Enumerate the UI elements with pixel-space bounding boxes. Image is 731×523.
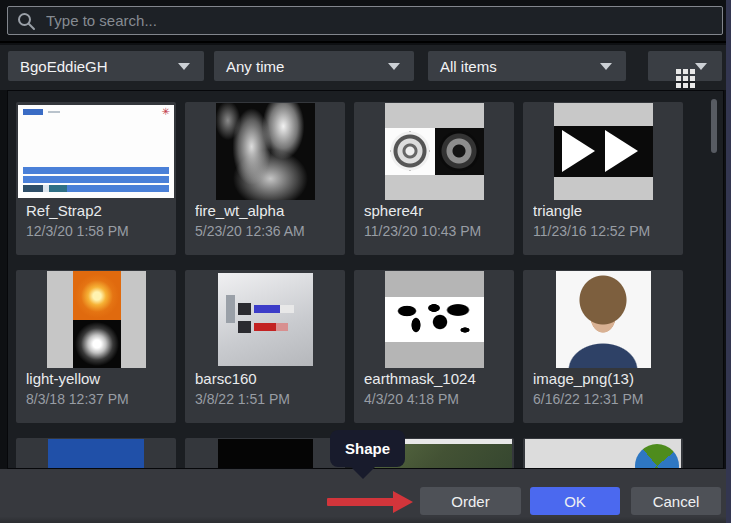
- grid-icon: [664, 57, 683, 76]
- asset-date: 11/23/20 10:43 PM: [364, 223, 504, 239]
- window-edge: [726, 0, 731, 523]
- asset-date: 11/23/16 12:52 PM: [533, 223, 673, 239]
- asset-card[interactable]: [16, 438, 176, 469]
- asset-card[interactable]: Ref_Strap212/3/20 1:58 PM: [16, 102, 176, 255]
- asset-thumbnail: [523, 270, 683, 369]
- search-input[interactable]: [44, 11, 714, 30]
- swirl-thumbnail-image: [48, 439, 144, 469]
- asset-grid: Ref_Strap212/3/20 1:58 PMfire_wt_alpha5/…: [7, 90, 724, 469]
- asset-name: earthmask_1024: [364, 370, 504, 387]
- head-thumbnail-image: [218, 439, 313, 469]
- fire-thumbnail-image: [216, 103, 315, 200]
- asset-thumbnail: [185, 438, 345, 469]
- spheres-thumbnail-image: [385, 103, 484, 200]
- chart-thumbnail-image: [218, 273, 313, 366]
- asset-date: 8/3/18 12:37 PM: [26, 391, 166, 407]
- glow-thumbnail-image: [47, 271, 146, 368]
- asset-card[interactable]: sphere4r11/23/20 10:43 PM: [354, 102, 514, 255]
- asset-name: barsc160: [195, 370, 335, 387]
- asset-thumbnail: [354, 270, 514, 369]
- search-bar-section: [0, 0, 731, 43]
- chevron-down-icon: [695, 63, 707, 70]
- type-filter-dropdown[interactable]: All items: [428, 51, 626, 81]
- asset-date: 12/3/20 1:58 PM: [26, 223, 166, 239]
- triangles-thumbnail-image: [554, 103, 653, 200]
- asset-thumbnail: [16, 270, 176, 369]
- portrait-thumbnail-image: [556, 271, 651, 368]
- asset-name: fire_wt_alpha: [195, 202, 335, 219]
- scrollbar-thumb[interactable]: [711, 99, 717, 153]
- asset-thumbnail: [16, 438, 176, 469]
- time-filter-value: Any time: [226, 58, 284, 75]
- shape-tooltip: Shape: [330, 430, 405, 467]
- asset-name: triangle: [533, 202, 673, 219]
- search-icon: [16, 11, 36, 31]
- asset-card[interactable]: image_png(13)6/16/22 12:31 PM: [523, 270, 683, 423]
- asset-date: 4/3/20 4:18 PM: [364, 391, 504, 407]
- asset-name: Ref_Strap2: [26, 202, 166, 219]
- red-arrow-annotation: [327, 491, 413, 513]
- asset-thumbnail: [523, 438, 683, 469]
- asset-grid-cards: Ref_Strap212/3/20 1:58 PMfire_wt_alpha5/…: [8, 91, 708, 469]
- asset-thumbnail: [523, 102, 683, 201]
- asset-date: 5/23/20 12:36 AM: [195, 223, 335, 239]
- media-browser-dialog: BgoEddieGH Any time All items Ref_Strap2…: [0, 0, 731, 523]
- asset-thumbnail: [185, 270, 345, 369]
- time-filter-dropdown[interactable]: Any time: [214, 51, 414, 81]
- asset-card[interactable]: earthmask_10244/3/20 4:18 PM: [354, 270, 514, 423]
- chevron-down-icon: [178, 63, 190, 70]
- asset-thumbnail: [16, 102, 176, 201]
- asset-date: 3/8/22 1:51 PM: [195, 391, 335, 407]
- asset-card[interactable]: [185, 438, 345, 469]
- asset-thumbnail: [185, 102, 345, 201]
- worldmap-thumbnail-image: [385, 271, 484, 368]
- chevron-down-icon: [600, 63, 612, 70]
- cancel-button[interactable]: Cancel: [631, 487, 721, 515]
- ok-button[interactable]: OK: [530, 487, 620, 515]
- filter-row: BgoEddieGH Any time All items: [0, 45, 731, 90]
- shape-tooltip-label: Shape: [345, 440, 390, 457]
- asset-name: image_png(13): [533, 370, 673, 387]
- asset-card[interactable]: [523, 438, 683, 469]
- document-thumbnail-image: [18, 105, 174, 198]
- asset-card[interactable]: light-yellow8/3/18 12:37 PM: [16, 270, 176, 423]
- project-dropdown[interactable]: BgoEddieGH: [8, 51, 204, 81]
- asset-thumbnail: [354, 102, 514, 201]
- asset-name: sphere4r: [364, 202, 504, 219]
- globe-thumbnail-image: [525, 439, 681, 469]
- order-button[interactable]: Order: [420, 487, 521, 515]
- chevron-down-icon: [388, 63, 400, 70]
- view-mode-button[interactable]: [648, 51, 722, 81]
- asset-card[interactable]: triangle11/23/16 12:52 PM: [523, 102, 683, 255]
- asset-card[interactable]: fire_wt_alpha5/23/20 12:36 AM: [185, 102, 345, 255]
- type-filter-value: All items: [440, 58, 497, 75]
- asset-name: light-yellow: [26, 370, 166, 387]
- asset-date: 6/16/22 12:31 PM: [533, 391, 673, 407]
- asset-card[interactable]: barsc1603/8/22 1:51 PM: [185, 270, 345, 423]
- project-dropdown-value: BgoEddieGH: [20, 58, 108, 75]
- search-input-container[interactable]: [7, 6, 723, 35]
